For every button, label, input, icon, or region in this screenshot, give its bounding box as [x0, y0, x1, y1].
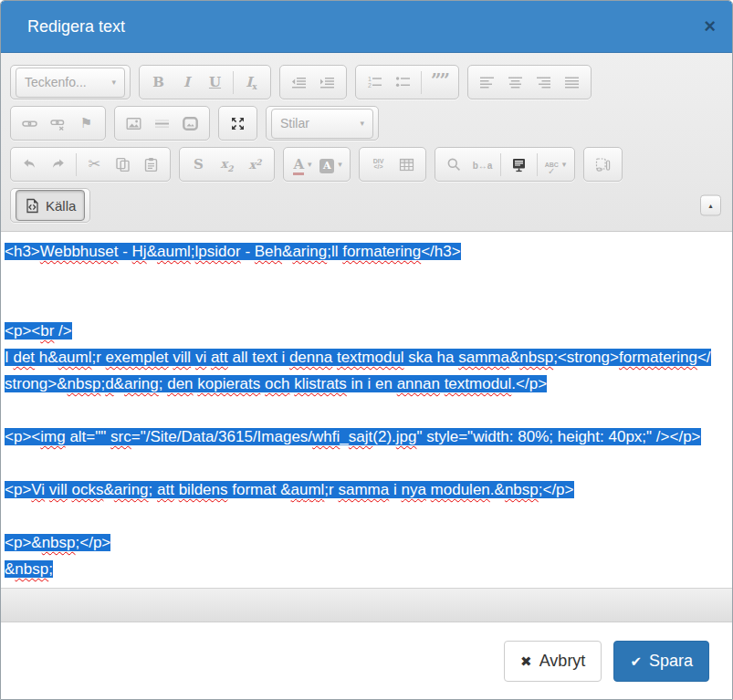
div-container-button[interactable]: DIV</>: [364, 151, 393, 178]
cut-button[interactable]: ✂: [80, 151, 109, 178]
toolbar-separator: [537, 153, 538, 176]
table-button[interactable]: [393, 151, 421, 178]
copy-icon: [115, 157, 131, 172]
show-blocks-icon: [595, 157, 611, 172]
superscript-button[interactable]: x2: [241, 151, 269, 178]
toolbar-group: [583, 147, 623, 182]
align-center-button[interactable]: [501, 68, 529, 96]
copy-button[interactable]: [109, 151, 137, 178]
source-button[interactable]: Källa: [16, 190, 85, 221]
toolbar-row: Källa▴: [10, 188, 723, 223]
bold-icon: B: [152, 74, 164, 90]
indent-button[interactable]: [313, 68, 341, 96]
source-line: [5, 265, 728, 291]
edit-text-dialog: Redigera text × Teckenfo...▾BIUIx12””⚑St…: [0, 0, 733, 700]
selected-source-text: <p>Vi vill ocks&aring; att bildens forma…: [5, 481, 574, 498]
selected-source-text: I det h&auml;r exemplet vill vi att all …: [5, 349, 711, 366]
toolbar-row: Teckenfo...▾BIUIx12””: [10, 65, 723, 99]
source-icon: [25, 198, 40, 214]
numbered-list-button[interactable]: 12: [361, 68, 389, 96]
toolbar-group: [218, 106, 257, 141]
paste-icon: [143, 157, 159, 172]
source-line: &nbsp;: [5, 556, 728, 582]
cancel-button[interactable]: ✖ Avbryt: [504, 641, 602, 682]
align-justify-button[interactable]: [558, 68, 586, 96]
select-all-button[interactable]: [505, 151, 533, 178]
text-color-button[interactable]: A▾: [288, 151, 317, 178]
source-line: [5, 503, 728, 529]
remove-format-button[interactable]: Ix: [237, 68, 266, 96]
image-browser-button[interactable]: [176, 110, 204, 137]
toolbar-group: [467, 65, 592, 99]
underline-button[interactable]: U: [201, 68, 229, 96]
numbered-list-icon: 12: [367, 75, 382, 90]
bulleted-list-button[interactable]: [389, 68, 417, 96]
spell-check-button[interactable]: ABC✓▾: [541, 151, 570, 178]
show-blocks-button[interactable]: [589, 151, 617, 178]
cancel-label: Avbryt: [539, 652, 586, 671]
toolbar-group: A▾A▾: [283, 147, 351, 182]
close-icon[interactable]: ×: [704, 16, 716, 37]
chevron-down-icon: ▾: [562, 160, 567, 169]
cut-icon: ✂: [89, 156, 100, 172]
align-right-icon: [536, 75, 551, 90]
svg-text:2: 2: [368, 82, 372, 89]
align-left-icon: [479, 75, 495, 90]
unlink-button[interactable]: [44, 110, 72, 137]
horizontal-rule-icon: [154, 116, 170, 131]
replace-button[interactable]: b↔a: [468, 151, 497, 178]
bold-button[interactable]: B: [144, 68, 173, 96]
anchor-icon: ⚑: [80, 115, 92, 131]
blockquote-button[interactable]: ””: [425, 68, 454, 96]
outdent-icon: [291, 75, 307, 90]
strikethrough-button[interactable]: S: [184, 151, 213, 178]
horizontal-rule-button[interactable]: [148, 110, 176, 137]
align-right-button[interactable]: [529, 68, 558, 96]
select-all-icon: [511, 157, 527, 172]
subscript-button[interactable]: x2: [213, 151, 241, 178]
redo-button[interactable]: [44, 151, 72, 178]
background-color-icon: A: [319, 156, 334, 173]
align-left-button[interactable]: [473, 68, 501, 96]
maximize-button[interactable]: [224, 110, 252, 137]
image-icon: [126, 116, 141, 131]
find-button[interactable]: [440, 151, 468, 178]
styles-dropdown-label: Stilar: [280, 116, 309, 131]
toolbar-collapse-button[interactable]: ▴: [700, 195, 721, 216]
toolbar-row: ✂Sx2x2A▾A▾DIV</>b↔aABC✓▾: [10, 147, 723, 182]
align-center-icon: [508, 75, 523, 90]
save-button[interactable]: ✔ Spara: [613, 641, 709, 682]
background-color-button[interactable]: A▾: [317, 151, 345, 178]
image-button[interactable]: [120, 110, 148, 137]
dialog-title: Redigera text: [27, 17, 125, 37]
font-name-dropdown[interactable]: Teckenfo...▾: [16, 68, 125, 98]
maximize-icon: [230, 116, 246, 131]
dialog-footer: ✖ Avbryt ✔ Spara: [1, 622, 732, 699]
redo-icon: [50, 157, 66, 172]
italic-button[interactable]: I: [173, 68, 201, 96]
source-line: <p>&nbsp;</p>: [5, 529, 728, 556]
toolbar-group: Sx2x2: [179, 147, 275, 182]
strikethrough-icon: S: [194, 156, 204, 172]
source-button-label: Källa: [46, 198, 76, 214]
selected-source-text: <p>&nbsp;</p>: [5, 534, 110, 551]
styles-dropdown[interactable]: Stilar▾: [271, 109, 373, 139]
source-line: strong>&nbsp;d&aring; den kopierats och …: [5, 371, 728, 397]
blockquote-icon: ””: [431, 74, 448, 90]
undo-icon: [22, 157, 37, 172]
paste-button[interactable]: [137, 151, 165, 178]
toolbar-group: DIV</>: [359, 147, 426, 182]
image-browser-icon: [183, 116, 198, 131]
editor-bottom-bar: [1, 588, 732, 622]
font-name-dropdown-label: Teckenfo...: [25, 75, 87, 89]
outdent-button[interactable]: [285, 68, 313, 96]
source-textarea[interactable]: <h3>Webbhuset - Hj&auml;lpsidor - Beh&ar…: [1, 232, 732, 588]
selected-source-text: <p><br />: [5, 322, 72, 340]
toolbar-group: ⚑: [10, 106, 106, 141]
toolbar-group: Källa: [10, 188, 90, 223]
undo-button[interactable]: [16, 151, 44, 178]
svg-text:1: 1: [368, 75, 372, 81]
link-button[interactable]: [16, 110, 44, 137]
anchor-button[interactable]: ⚑: [72, 110, 100, 137]
toolbar-group: b↔aABC✓▾: [435, 147, 575, 182]
